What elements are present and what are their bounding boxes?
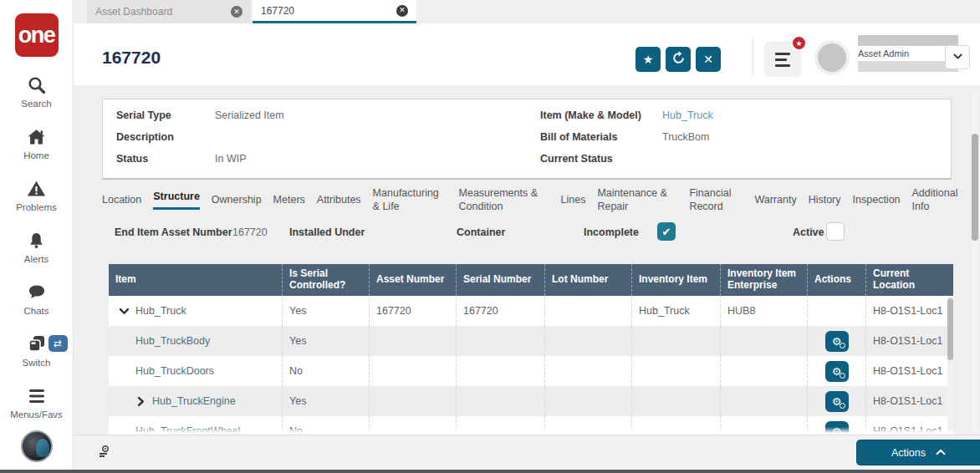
serial-number-cell — [457, 356, 545, 386]
row-actions-button[interactable]: ⚙ — [825, 361, 849, 382]
field-value: TruckBom — [662, 131, 710, 143]
column-header[interactable]: Asset Number — [370, 264, 457, 296]
row-actions-button[interactable]: ⚙ — [825, 331, 849, 352]
table-scrollbar-thumb[interactable] — [947, 298, 953, 360]
column-header[interactable]: Lot Number — [545, 264, 632, 296]
search-icon — [26, 74, 48, 96]
inventory-item-cell — [632, 356, 721, 386]
sidebar-item-problems[interactable]: Problems — [6, 178, 68, 212]
check-icon: ✔ — [662, 226, 671, 238]
actions-button-label: Actions — [891, 447, 926, 459]
is-serial-cell: Yes — [283, 386, 370, 416]
is-serial-cell: Yes — [283, 296, 370, 326]
inventory-item-enterprise-cell — [721, 326, 808, 356]
favorite-button[interactable]: ★ — [635, 47, 661, 72]
bell-icon — [26, 230, 48, 252]
column-header[interactable]: Is Serial Controlled? — [283, 264, 370, 296]
refresh-button[interactable] — [666, 47, 691, 72]
tab-manufacturing-life[interactable]: Manufacturing & Life — [373, 187, 447, 213]
tab-additional-info[interactable]: Additional Info — [912, 187, 963, 213]
window-scrollbar-thumb[interactable] — [972, 134, 978, 241]
inventory-item-enterprise-cell — [721, 356, 808, 386]
table-row: Hub_TruckBodyYes⚙H8-O1S1-Loc1 — [109, 326, 953, 356]
chevron-down-icon[interactable] — [119, 306, 130, 317]
column-header[interactable]: Item — [109, 264, 283, 296]
is-serial-cell: Yes — [283, 326, 370, 356]
column-header[interactable]: Actions — [808, 264, 866, 296]
tab-history[interactable]: History — [809, 194, 841, 207]
field-value: Serialized Item — [215, 109, 284, 121]
column-header[interactable]: Inventory Item Enterprise — [721, 264, 808, 296]
item-name[interactable]: Hub_TruckBody — [135, 335, 210, 347]
sidebar-item-chats[interactable]: Chats — [6, 282, 68, 316]
serial-number-cell: 167720 — [457, 296, 545, 326]
tab-structure[interactable]: Structure — [153, 191, 200, 210]
incomplete-checkbox[interactable]: ✔ — [657, 222, 676, 241]
tab-financial-record[interactable]: Financial Record — [689, 187, 743, 213]
sidebar-item-switch[interactable]: Switch ⇄ — [6, 333, 68, 368]
asset-number-cell — [370, 386, 457, 416]
sidebar-item-label: Alerts — [24, 254, 48, 264]
column-header[interactable]: Inventory Item — [632, 264, 721, 296]
actions-button[interactable]: Actions — [856, 440, 980, 465]
one-logo[interactable]: one — [15, 13, 59, 57]
field-label: Bill of Materials — [540, 131, 662, 143]
chevron-down-icon — [952, 50, 963, 65]
header-divider — [753, 37, 753, 75]
window-tabbar: Asset Dashboard ✕ 167720 ✕ — [87, 0, 416, 23]
close-record-button[interactable]: ✕ — [696, 47, 721, 72]
column-header[interactable]: Current Location — [866, 264, 953, 296]
neo-assistant-avatar[interactable] — [21, 430, 53, 462]
swap-arrows-icon[interactable]: ⇄ — [48, 335, 68, 352]
active-checkbox[interactable] — [826, 222, 845, 241]
window-tab-167720[interactable]: 167720 ✕ — [253, 0, 416, 23]
actions-cell: ⚙ — [808, 386, 866, 416]
item-name: Hub_Truck — [135, 305, 186, 317]
field-label: Current Status — [540, 153, 662, 165]
current-location-cell: H8-O1S1-Loc1 — [866, 386, 953, 416]
sidebar-item-search[interactable]: Search — [6, 74, 68, 109]
user-avatar[interactable] — [814, 40, 850, 75]
chevron-right-icon[interactable] — [135, 396, 146, 407]
tab-ownership[interactable]: Ownership — [212, 194, 262, 207]
page-header: 167720 ★ ✕ ★ Asset Admin — [74, 23, 980, 85]
gears-icon: ⚙ — [832, 365, 842, 378]
window-scrollbar[interactable] — [972, 94, 978, 433]
notifications-menu-button[interactable]: ★ — [764, 42, 801, 77]
sidebar-item-label: Search — [21, 99, 51, 109]
warning-triangle-icon — [26, 178, 48, 200]
table-row: Hub_TruckDoorsNo⚙H8-O1S1-Loc1 — [109, 356, 953, 386]
inventory-item-cell: Hub_Truck — [632, 296, 721, 326]
inventory-item-cell — [632, 326, 721, 356]
item-cell: Hub_Truck — [109, 296, 283, 326]
asset-number-cell: 167720 — [370, 296, 457, 326]
app: { "brand": { "logo_text": "one", "logo_c… — [0, 0, 980, 473]
row-actions-button[interactable]: ⚙ — [825, 391, 849, 412]
header-toolbar: ★ ✕ — [635, 47, 721, 72]
item-name[interactable]: Hub_TruckDoors — [135, 365, 214, 377]
item-name[interactable]: Hub_TruckEngine — [152, 395, 236, 407]
table-scrollbar[interactable] — [947, 297, 953, 432]
close-icon[interactable]: ✕ — [231, 6, 242, 18]
sidebar-item-home[interactable]: Home — [6, 126, 68, 160]
tab-warranty[interactable]: Warranty — [754, 194, 796, 207]
tab-location[interactable]: Location — [102, 194, 141, 207]
audit-log-icon[interactable] — [97, 445, 111, 462]
asset-detail-card: Serial TypeSerialized Item Description S… — [102, 99, 952, 180]
tab-lines[interactable]: Lines — [561, 194, 586, 207]
tab-attributes[interactable]: Attributes — [317, 194, 361, 207]
tab-inspection[interactable]: Inspection — [853, 194, 901, 207]
tab-measurements-condition[interactable]: Measurements & Condition — [459, 187, 549, 213]
item-make-model-link[interactable]: Hub_Truck — [662, 109, 713, 121]
tab-maintenance-repair[interactable]: Maintenance & Repair — [597, 187, 677, 213]
sidebar-item-label: Chats — [23, 306, 48, 316]
structure-form-row: End Item Asset Number 167720 Installed U… — [102, 222, 952, 244]
close-icon[interactable]: ✕ — [396, 5, 408, 17]
column-header[interactable]: Serial Number — [457, 264, 545, 296]
tab-meters[interactable]: Meters — [273, 194, 305, 207]
sidebar-item-menus-favs[interactable]: Menus/Favs — [6, 385, 68, 420]
sidebar-item-alerts[interactable]: Alerts — [6, 230, 68, 264]
window-tab-asset-dashboard[interactable]: Asset Dashboard ✕ — [87, 0, 251, 23]
user-menu-button[interactable] — [945, 45, 970, 69]
current-location-cell: H8-O1S1-Loc1 — [866, 296, 953, 326]
